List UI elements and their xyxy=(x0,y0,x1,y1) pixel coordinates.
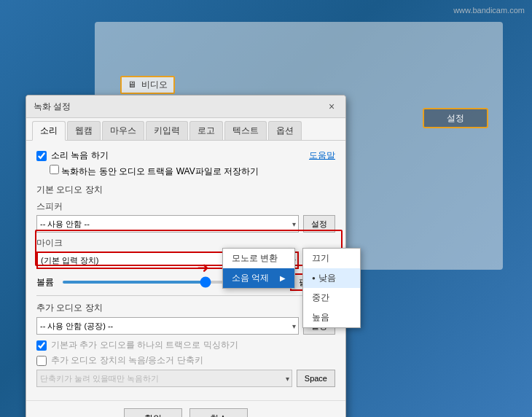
extra-audio-label: 추가 오디오 장치 xyxy=(36,302,335,314)
merge-audio-row: 기본과 추가 오디오를 하나의 트랙으로 믹싱하기 xyxy=(36,339,335,351)
basic-audio-label: 기본 오디오 장치 xyxy=(36,184,335,196)
dialog-title-bar: 녹화 설정 × xyxy=(26,96,345,118)
cancel-button[interactable]: 취소 xyxy=(189,408,248,417)
noise-reduction-submenu: 끄기 ● 낮음 중간 높음 xyxy=(302,248,361,328)
filter-menu-noise[interactable]: 소음 억제 ▶ xyxy=(223,268,294,288)
noise-off-label: 끄기 xyxy=(312,252,329,265)
shortcut-select[interactable]: 단축키가 눌려 있을때만 녹음하기 xyxy=(36,370,292,387)
separate-record-checkbox[interactable] xyxy=(36,356,47,366)
sound-enable-label: 소리 녹음 하기 xyxy=(51,149,109,162)
tab-options[interactable]: 옵션 xyxy=(268,121,302,140)
video-label-box: 🖥 비디오 xyxy=(120,76,175,94)
footer-buttons: 확인 취소 xyxy=(26,400,345,417)
speaker-select[interactable]: -- 사용 안함 -- xyxy=(36,215,299,233)
noise-high[interactable]: 높음 xyxy=(303,308,360,327)
speaker-settings-button[interactable]: 설정 xyxy=(303,215,335,233)
bg-settings-button[interactable]: 설정 xyxy=(423,108,488,128)
submenu-arrow: ▶ xyxy=(280,274,286,282)
dialog-close-button[interactable]: × xyxy=(325,100,338,113)
filter-context-menu: 모노로 변환 소음 억제 ▶ xyxy=(222,248,295,289)
sound-enable-checkbox[interactable] xyxy=(36,151,47,161)
extra-audio-row: -- 사용 안함 (공장) -- 설정 xyxy=(36,317,335,335)
confirm-button[interactable]: 확인 xyxy=(124,408,182,417)
volume-label: 볼륨 xyxy=(36,276,58,289)
tabs-bar: 소리 웹캠 마우스 키입력 로고 텍스트 옵션 xyxy=(26,118,345,141)
tab-webcam[interactable]: 웹캠 xyxy=(67,121,101,140)
watermark: www.bandicam.com xyxy=(453,6,525,15)
separate-record-label: 추가 오디오 장치의 녹음/응소거 단축키 xyxy=(51,354,203,367)
filter-menu-mono[interactable]: 모노로 변환 xyxy=(223,249,294,268)
shortcut-key-display: Space xyxy=(297,370,335,387)
noise-low[interactable]: ● 낮음 xyxy=(303,268,360,288)
tab-sound[interactable]: 소리 xyxy=(32,121,66,141)
separate-record-row: 추가 오디오 장치의 녹음/응소거 단축키 xyxy=(36,354,335,367)
merge-audio-label: 기본과 추가 오디오를 하나의 트랙으로 믹싱하기 xyxy=(51,339,238,351)
speaker-label: 스피커 xyxy=(36,200,335,213)
noise-low-label: 낮음 xyxy=(318,272,336,284)
tab-text[interactable]: 텍스트 xyxy=(224,121,267,140)
recording-settings-dialog: 녹화 설정 × 소리 웹캠 마우스 키입력 로고 텍스트 옵션 소리 녹음 하기… xyxy=(26,95,346,417)
speaker-select-wrapper: -- 사용 안함 -- xyxy=(36,215,299,233)
video-icon: 🖥 xyxy=(128,79,136,90)
sound-enable-row: 소리 녹음 하기 도움말 xyxy=(36,149,335,162)
shortcut-select-wrapper: 단축키가 눌려 있을때만 녹음하기 xyxy=(36,370,292,387)
divider xyxy=(36,295,335,296)
speaker-row: -- 사용 안함 -- 설정 xyxy=(36,215,335,233)
wav-save-checkbox[interactable] xyxy=(50,165,59,174)
help-link[interactable]: 도움말 xyxy=(309,149,335,162)
shortcut-row: 단축키가 눌려 있을때만 녹음하기 Space xyxy=(36,370,335,387)
extra-audio-select-wrapper: -- 사용 안함 (공장) -- xyxy=(36,317,299,335)
tab-logo[interactable]: 로고 xyxy=(189,121,223,140)
tab-mouse[interactable]: 마우스 xyxy=(102,121,144,140)
tab-keyinput[interactable]: 키입력 xyxy=(146,121,188,140)
noise-medium-label: 중간 xyxy=(312,292,329,304)
wav-save-row: 녹화하는 동안 오디오 트랙을 WAV파일로 저장하기 xyxy=(50,165,335,178)
noise-off[interactable]: 끄기 xyxy=(303,249,360,268)
extra-audio-select[interactable]: -- 사용 안함 (공장) -- xyxy=(36,317,299,335)
dialog-title: 녹화 설정 xyxy=(34,101,71,113)
wav-save-label: 녹화하는 동안 오디오 트랙을 WAV파일로 저장하기 xyxy=(61,166,259,176)
dialog-body: 소리 녹음 하기 도움말 녹화하는 동안 오디오 트랙을 WAV파일로 저장하기… xyxy=(26,141,345,400)
noise-medium[interactable]: 중간 xyxy=(303,288,360,308)
bullet-icon: ● xyxy=(312,275,316,281)
merge-audio-checkbox[interactable] xyxy=(36,340,47,351)
noise-high-label: 높음 xyxy=(312,311,329,324)
